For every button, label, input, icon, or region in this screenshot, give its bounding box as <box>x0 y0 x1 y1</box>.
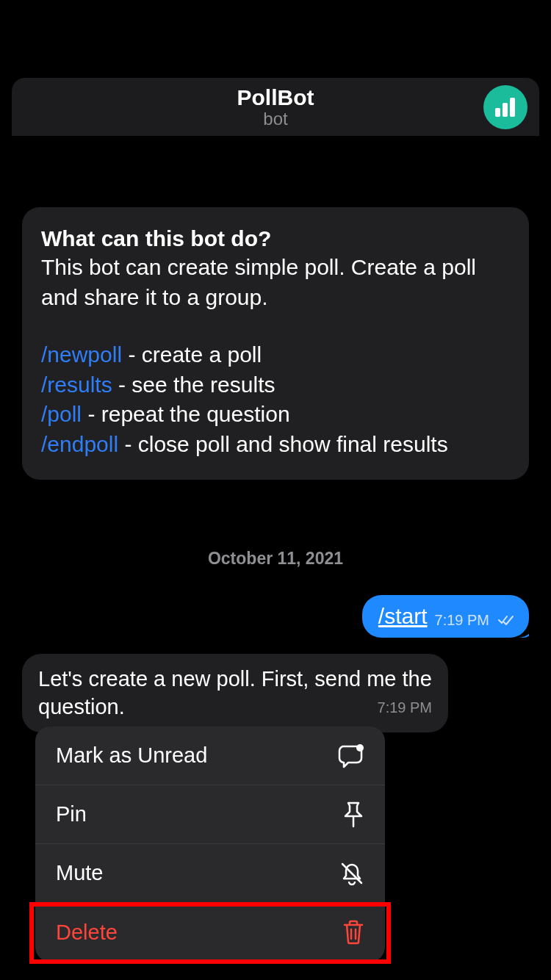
bar-chart-icon <box>494 98 516 117</box>
incoming-message[interactable]: Let's create a new poll. First, send me … <box>22 654 448 732</box>
trash-icon <box>342 920 364 945</box>
bot-info-card: What can this bot do? This bot can creat… <box>22 207 529 480</box>
date-separator: October 11, 2021 <box>22 549 529 569</box>
command-line: /results - see the results <box>41 370 510 400</box>
context-menu: Mark as Unread Pin Mute Delete <box>35 727 385 962</box>
command-desc: - repeat the question <box>82 402 290 426</box>
menu-item-mark-unread[interactable]: Mark as Unread <box>35 727 385 785</box>
menu-label: Delete <box>56 920 118 945</box>
menu-label: Mark as Unread <box>56 743 207 768</box>
menu-label: Pin <box>56 802 87 826</box>
message-time: 7:19 PM <box>378 699 432 716</box>
command-desc: - see the results <box>112 372 276 397</box>
message-time: 7:19 PM <box>435 612 489 629</box>
menu-label: Mute <box>56 861 103 885</box>
header-title-block: PollBot bot <box>237 85 314 129</box>
chat-header[interactable]: PollBot bot <box>12 78 539 137</box>
command-link[interactable]: /endpoll <box>41 432 118 456</box>
bot-avatar[interactable] <box>483 85 527 129</box>
chat-subtitle: bot <box>237 109 314 129</box>
svg-point-3 <box>356 744 364 752</box>
chat-bubble-icon <box>338 743 364 768</box>
command-line: /newpoll - create a poll <box>41 340 510 370</box>
svg-rect-1 <box>503 103 508 117</box>
info-heading: What can this bot do? <box>41 226 510 251</box>
pin-icon <box>342 801 364 828</box>
command-line: /endpoll - close poll and show final res… <box>41 430 510 460</box>
command-link[interactable]: /poll <box>41 402 82 426</box>
bell-off-icon <box>339 861 364 886</box>
menu-item-mute[interactable]: Mute <box>35 844 385 903</box>
svg-rect-0 <box>495 108 500 117</box>
command-link[interactable]: /results <box>41 372 112 397</box>
menu-item-pin[interactable]: Pin <box>35 785 385 844</box>
message-text: Let's create a new poll. First, send me … <box>38 667 432 718</box>
chat-title: PollBot <box>237 85 314 110</box>
command-desc: - create a poll <box>122 342 262 367</box>
outgoing-message[interactable]: /start 7:19 PM <box>362 595 529 638</box>
info-description: This bot can create simple poll. Create … <box>41 253 510 312</box>
read-checks-icon <box>498 612 514 629</box>
svg-rect-2 <box>510 98 515 117</box>
command-link[interactable]: /newpoll <box>41 342 122 367</box>
command-line: /poll - repeat the question <box>41 400 510 430</box>
message-text: /start <box>378 604 428 629</box>
menu-item-delete[interactable]: Delete <box>35 903 385 962</box>
command-desc: - close poll and show final results <box>118 432 448 456</box>
chat-body: What can this bot do? This bot can creat… <box>12 207 539 732</box>
